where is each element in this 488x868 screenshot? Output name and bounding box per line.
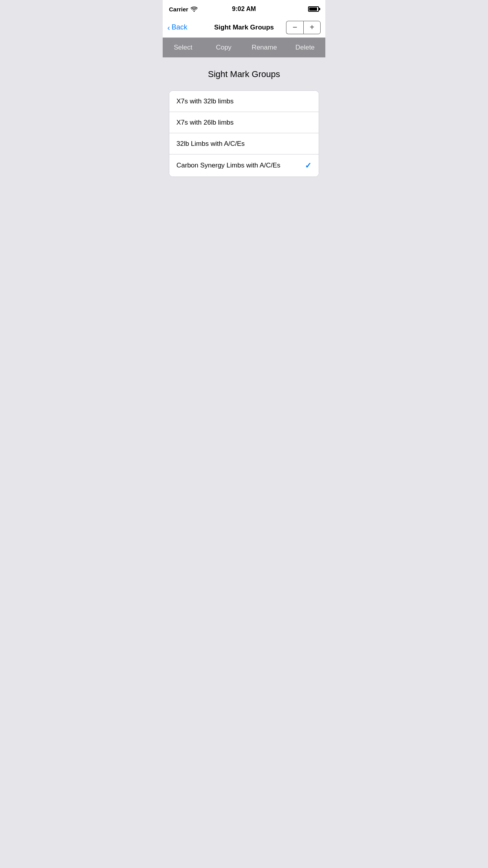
list-item[interactable]: 32lb Limbs with A/C/Es	[169, 133, 319, 154]
plus-button[interactable]: +	[303, 21, 321, 34]
list-item[interactable]: X7s with 32lb limbs	[169, 91, 319, 112]
sight-mark-groups-list: X7s with 32lb limbsX7s with 26lb limbs32…	[169, 90, 319, 177]
delete-button[interactable]: Delete	[285, 38, 326, 57]
list-item-label: 32lb Limbs with A/C/Es	[176, 140, 245, 148]
copy-button[interactable]: Copy	[204, 38, 244, 57]
list-item[interactable]: Carbon Synergy Limbs with A/C/Es✓	[169, 154, 319, 177]
checkmark-icon: ✓	[305, 161, 312, 170]
page-heading: Sight Mark Groups	[169, 69, 319, 79]
battery-area	[308, 6, 319, 12]
rename-button[interactable]: Rename	[244, 38, 285, 57]
battery-icon	[308, 6, 319, 12]
list-item[interactable]: X7s with 26lb limbs	[169, 112, 319, 133]
list-item-label: X7s with 26lb limbs	[176, 119, 234, 127]
battery-fill	[309, 7, 317, 11]
back-button[interactable]: ‹ Back	[167, 23, 187, 31]
nav-right-buttons: − +	[286, 21, 321, 34]
list-item-label: X7s with 32lb limbs	[176, 97, 234, 105]
back-label: Back	[172, 23, 187, 31]
nav-title: Sight Mark Groups	[214, 24, 274, 31]
list-item-label: Carbon Synergy Limbs with A/C/Es	[176, 162, 281, 169]
back-chevron-icon: ‹	[167, 24, 170, 31]
carrier-wifi: Carrier	[169, 6, 198, 13]
wifi-icon	[191, 6, 198, 12]
carrier-label: Carrier	[169, 6, 188, 13]
status-bar: Carrier 9:02 AM	[163, 0, 325, 17]
minus-button[interactable]: −	[286, 21, 303, 34]
toolbar: Select Copy Rename Delete	[163, 38, 325, 57]
page-content: Sight Mark Groups X7s with 32lb limbsX7s…	[163, 57, 325, 185]
status-time: 9:02 AM	[232, 6, 256, 13]
select-button[interactable]: Select	[163, 38, 204, 57]
nav-bar: ‹ Back Sight Mark Groups − +	[163, 17, 325, 38]
